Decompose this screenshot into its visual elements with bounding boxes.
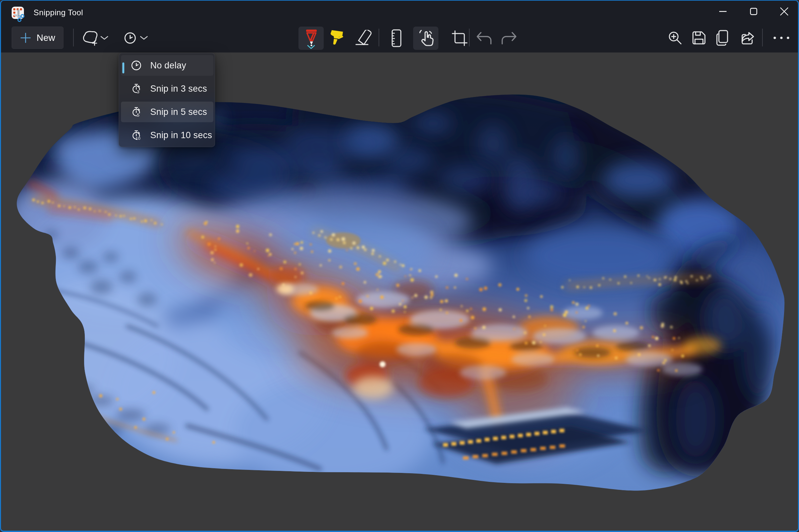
svg-text:5: 5 <box>137 113 140 117</box>
svg-text:3: 3 <box>137 89 140 94</box>
svg-text:10: 10 <box>135 136 141 140</box>
